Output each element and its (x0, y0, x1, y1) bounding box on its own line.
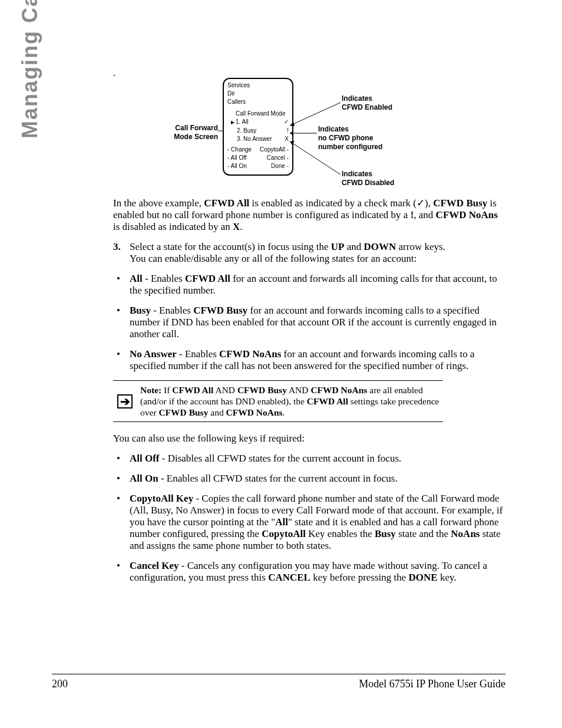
list-item: All Off - Disables all CFWD states for t… (113, 453, 505, 465)
screen-option: 1. All ✓ (227, 118, 289, 127)
diagram-label-no-number: Indicates no CFWD phone number configure… (318, 125, 418, 151)
screen-softkeys: - All OffCancel - (227, 154, 289, 162)
section-side-title: Managing Calls (18, 0, 42, 139)
step-number: 3. (113, 241, 130, 265)
note-box: ➔ Note: If CFWD All AND CFWD Busy AND CF… (113, 380, 443, 422)
page-footer: 200 Model 6755i IP Phone User Guide (52, 674, 505, 690)
state-list: All - Enables CFWD All for an account an… (113, 273, 505, 372)
key-list: All Off - Disables all CFWD states for t… (113, 453, 505, 584)
screen-line: Services (227, 81, 289, 90)
list-item: Cancel Key - Cancels any configuration y… (113, 560, 505, 584)
list-item: All - Enables CFWD All for an account an… (113, 273, 505, 297)
list-item: All On - Enables all CFWD states for the… (113, 473, 505, 485)
screen-option: 2. Busy ! (227, 127, 289, 135)
list-item: Busy - Enables CFWD Busy for an account … (113, 305, 505, 340)
body-content: In the above example, CFWD All is enable… (113, 197, 505, 592)
screen-softkeys: - ChangeCopytoAll - (227, 146, 289, 154)
list-item: CopytoAll Key - Copies the call forward … (113, 493, 505, 552)
check-icon: ✓ (416, 197, 425, 209)
diagram-label-enabled: Indicates CFWD Enabled (342, 94, 424, 112)
list-item: No Answer - Enables CFWD NoAns for an ac… (113, 348, 505, 372)
diagram-label-disabled: Indicates CFWD Disabled (342, 170, 424, 187)
paragraph: You can also use the following keys if r… (113, 433, 505, 444)
paragraph: In the above example, CFWD All is enable… (113, 197, 505, 233)
guide-title: Model 6755i IP Phone User Guide (359, 678, 505, 690)
arrow-right-icon: ➔ (117, 394, 133, 409)
svg-line-1 (290, 103, 340, 126)
screen-line: Callers (227, 98, 289, 106)
step-3: 3. Select a state for the account(s) in … (113, 241, 505, 265)
screen-option: 3. No Answer X (227, 135, 289, 143)
diagram-label-left: Call Forward Mode Screen (153, 124, 218, 141)
cfwd-mode-diagram: Call Forward Mode Screen Services Dir Ca… (153, 74, 424, 186)
screen-line: Dir (227, 90, 289, 98)
top-marker: . (113, 67, 115, 79)
screen-heading: Call Forward Mode (227, 110, 289, 118)
note-text: Note: If CFWD All AND CFWD Busy AND CFWD… (137, 384, 443, 418)
step-body: Select a state for the account(s) in foc… (130, 241, 505, 265)
phone-screen-mock: Services Dir Callers Call Forward Mode 1… (223, 78, 293, 176)
page-number: 200 (52, 678, 68, 690)
screen-softkeys: - All OnDone - (227, 162, 289, 170)
